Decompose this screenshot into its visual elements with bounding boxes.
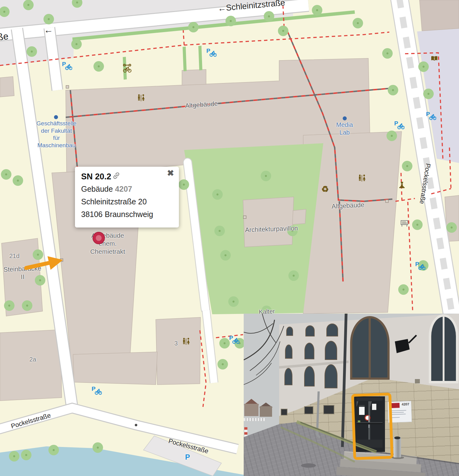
permalink-icon[interactable] — [113, 172, 120, 181]
bicycle-parking-icon: P — [415, 261, 425, 272]
svg-text:P: P — [92, 386, 96, 392]
svg-text:P: P — [62, 61, 66, 67]
svg-text:P: P — [415, 261, 419, 267]
svg-text:P: P — [229, 335, 233, 341]
car-parking-icon: P — [185, 453, 190, 462]
popup-title: SN 20.2 — [81, 172, 111, 182]
popup-building-prefix: Gebäude — [81, 185, 113, 193]
street-photo-inset: 4207 — [244, 314, 459, 476]
bicycle-parking-icon: P — [229, 335, 239, 345]
poi-label-media-lab: Media Lab — [334, 121, 355, 136]
monument-icon — [399, 182, 405, 191]
cigarette-bin — [394, 437, 401, 457]
toilets-icon — [137, 94, 145, 103]
barrier-dot — [135, 424, 137, 426]
svg-text:P: P — [426, 111, 430, 117]
door-highlight-box — [351, 393, 393, 460]
map-popup: SN 20.2 ✖ Gebäude 4207 Schleinitzstraße … — [75, 167, 179, 228]
building-label-chemietrakt: Altgebäude ehem. Chemietrakt — [88, 232, 128, 256]
sign-building-number: 4207 — [402, 402, 409, 406]
building-label-2a: 2a — [29, 356, 36, 363]
building-label-steinbaracke: Steinbaracke II — [2, 264, 43, 282]
downpipe — [342, 314, 346, 447]
photo-detail-layer — [244, 314, 459, 476]
street-label-fragment: ße — [0, 30, 9, 43]
toilets-icon — [182, 338, 190, 347]
popup-building-number: 4207 — [115, 185, 132, 193]
poi-dot-icon — [54, 115, 58, 119]
popup-building-line: Gebäude 4207 — [81, 183, 173, 195]
svg-text:P: P — [394, 120, 398, 127]
noticeboard-icon — [400, 220, 408, 228]
recycling-icon: ♻ — [321, 184, 329, 194]
bicycle-parking-icon: P — [206, 48, 217, 58]
toilets-icon — [358, 174, 366, 183]
wall-floodlight-icon — [395, 335, 416, 353]
library-icon — [431, 56, 438, 63]
bicycle-repair-icon — [122, 63, 132, 74]
oneway-arrow-icon: ← — [43, 24, 54, 36]
poi-dot-icon — [343, 116, 347, 120]
bicycle-parking-icon: P — [426, 111, 436, 122]
oneway-arrow-icon: ← — [217, 3, 226, 13]
popup-city-line: 38106 Braunschweig — [81, 208, 173, 221]
bicycle-parking-icon: P — [91, 386, 102, 396]
building-label-3: 3 — [174, 340, 178, 347]
poi-label-geschaeftsstelle: Geschäftsstelle der Fakultät für Maschin… — [33, 120, 80, 149]
popup-close-button[interactable]: ✖ — [167, 169, 174, 177]
roomfinder-map-view: ←Schleinitzstraße ße ← Geschäftsstelle d… — [0, 0, 459, 476]
svg-text:P: P — [206, 48, 210, 54]
bicycle-parking-icon: P — [62, 61, 72, 72]
manhole-cover — [301, 463, 316, 468]
building-label-21d: 21d — [9, 252, 19, 260]
bicycle-parking-icon: P — [394, 120, 404, 131]
popup-street-line: Schleinitzstraße 20 — [81, 195, 173, 208]
